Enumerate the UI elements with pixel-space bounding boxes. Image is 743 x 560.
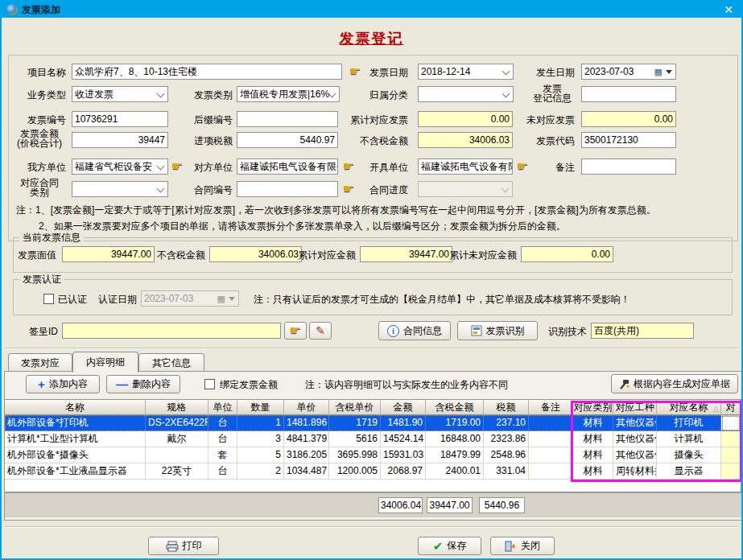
issue-unit-field[interactable]: 福建诚拓电气设备有限 bbox=[418, 159, 513, 175]
hammer-icon bbox=[619, 379, 629, 389]
business-type-label: 业务类型 bbox=[26, 87, 66, 103]
certify-date-picker: 2023-07-03▦ bbox=[141, 290, 239, 307]
tab-other-info[interactable]: 其它信息 bbox=[138, 353, 204, 372]
invoice-code-field[interactable]: 3500172130 bbox=[581, 132, 676, 148]
total-amount: 34006.04 bbox=[378, 497, 423, 513]
our-unit-combo[interactable]: 福建省气柜设备安 bbox=[72, 159, 168, 175]
invoice-date-label: 发票日期 bbox=[348, 64, 408, 80]
divider bbox=[5, 348, 738, 349]
invoice-ocr-button[interactable]: 发票识别 bbox=[457, 321, 538, 340]
detail-note: 注：该内容明细可以与实际发生的业务内容不同 bbox=[305, 377, 563, 393]
our-unit-label: 我方单位 bbox=[26, 159, 66, 175]
business-type-combo[interactable]: 收进发票 bbox=[72, 86, 168, 102]
printer-icon bbox=[166, 541, 179, 552]
certify-note: 注：只有认证后的发票才可生成的【税金月结单】中，其它单据及成本核算将不受影响！ bbox=[254, 291, 729, 307]
divider bbox=[5, 526, 738, 528]
col-tax[interactable]: 税额 bbox=[484, 400, 529, 415]
sign-id-field[interactable] bbox=[62, 323, 281, 339]
ocr-image-icon bbox=[471, 325, 482, 336]
contract-no-field[interactable] bbox=[237, 181, 338, 197]
col-price[interactable]: 单价 bbox=[284, 400, 329, 415]
total-tax: 5440.96 bbox=[479, 497, 525, 513]
contract-no-label: 合同编号 bbox=[176, 182, 233, 198]
unmatched-amount-label: 累计未对应金额 bbox=[438, 247, 517, 263]
certified-label: 已认证 bbox=[58, 291, 93, 307]
sign-edit-button[interactable]: ✎ bbox=[309, 322, 332, 340]
amount-excl-tax-label: 不含税金额 bbox=[352, 133, 408, 149]
col-match-work[interactable]: 对应工种 bbox=[613, 400, 657, 415]
check-icon: ✔ bbox=[433, 539, 444, 554]
matched-total-label: 累计对应发票 bbox=[350, 112, 408, 128]
suffix-no-field[interactable] bbox=[237, 111, 338, 127]
dropdown-arrow-icon bbox=[666, 70, 672, 74]
tab-content-detail[interactable]: 内容明细 bbox=[72, 352, 138, 373]
matched-total-field: 0.00 bbox=[418, 111, 513, 127]
face-value-field: 39447.00 bbox=[62, 246, 155, 262]
invoice-code-label: 发票代码 bbox=[526, 133, 575, 149]
col-price-tax[interactable]: 含税单价 bbox=[329, 400, 381, 415]
col-match-class[interactable]: 对应类别 bbox=[573, 400, 613, 415]
occur-date-picker[interactable]: 2023-07-03▦ bbox=[581, 64, 676, 80]
tab-invoice-match[interactable]: 发票对应 bbox=[8, 353, 72, 372]
unmatched-label: 未对应发票 bbox=[526, 112, 575, 128]
titlebar: 发票添加 ✕ bbox=[2, 2, 741, 18]
remove-content-button[interactable]: —删除内容 bbox=[106, 375, 180, 393]
table-row[interactable]: 机外部设备*摄像头套53186.2053695.99815931.0318479… bbox=[5, 447, 741, 463]
dropdown-arrow-icon bbox=[229, 297, 235, 301]
remark-field[interactable] bbox=[581, 159, 676, 175]
detail-table: 名称 规格 单位 数量 单价 含税单价 金额 含税金额 税额 备注 对应类别 对… bbox=[4, 399, 741, 492]
sort-icon: △ bbox=[713, 401, 719, 415]
sign-id-label: 签呈ID bbox=[23, 323, 58, 340]
certified-checkbox[interactable] bbox=[43, 294, 54, 304]
reg-info-label: 发票登记信息 bbox=[528, 84, 576, 103]
chevron-down-icon bbox=[157, 90, 165, 98]
project-name-field[interactable]: 众凯学府7、8、10-13住宅楼 bbox=[72, 64, 342, 80]
col-amount-tax[interactable]: 含税金额 bbox=[426, 400, 484, 415]
save-button[interactable]: ✔保存 bbox=[418, 537, 481, 555]
invoice-no-label: 发票编号 bbox=[26, 112, 66, 128]
col-match-name[interactable]: 对应名称△ bbox=[657, 400, 721, 415]
col-unit[interactable]: 单位 bbox=[208, 400, 237, 415]
invoice-amount-field[interactable]: 39447 bbox=[72, 132, 168, 148]
certify-legend: 发票认证 bbox=[19, 274, 64, 285]
add-content-button[interactable]: +添加内容 bbox=[26, 375, 100, 393]
col-qty[interactable]: 数量 bbox=[237, 400, 284, 415]
hand-icon: ☛ bbox=[290, 323, 301, 339]
sign-lookup-button[interactable]: ☛ bbox=[284, 322, 307, 340]
close-icon[interactable]: ✕ bbox=[720, 4, 737, 15]
invoice-type-combo[interactable]: 增值税专用发票|16% bbox=[237, 86, 340, 102]
print-button[interactable]: 打印 bbox=[148, 537, 219, 555]
chevron-down-icon bbox=[157, 163, 165, 171]
note-line1: 注：1、[发票金额]一定要大于或等于[累计对应发票]，若一次收到多张发票可以将所… bbox=[16, 202, 737, 218]
ocr-tech-field[interactable]: 百度(共用) bbox=[591, 323, 694, 339]
current-info-legend: 当前发票信息 bbox=[19, 232, 84, 243]
col-spec[interactable]: 规格 bbox=[146, 400, 208, 415]
generate-docs-button[interactable]: 根据内容生成对应单据 bbox=[611, 374, 738, 393]
reg-info-field[interactable] bbox=[581, 86, 676, 102]
table-row[interactable]: 计算机*工业型计算机戴尔台34841.379561614524.1416848.… bbox=[5, 431, 741, 447]
input-tax-field[interactable]: 5440.97 bbox=[237, 132, 338, 148]
table-row[interactable]: 机外部设备*工业液晶显示器22英寸台21034.4871200.0052068.… bbox=[5, 463, 741, 480]
col-name[interactable]: 名称 bbox=[5, 400, 146, 415]
belong-class-combo[interactable] bbox=[418, 86, 514, 102]
col-amount[interactable]: 金额 bbox=[381, 400, 426, 415]
occur-date-label: 发生日期 bbox=[517, 64, 575, 80]
contract-info-button[interactable]: i合同信息 bbox=[378, 321, 451, 340]
invoice-date-combo[interactable]: 2018-12-14 bbox=[418, 64, 514, 80]
table-header-row: 名称 规格 单位 数量 单价 含税单价 金额 含税金额 税额 备注 对应类别 对… bbox=[5, 400, 741, 415]
contract-class-combo[interactable] bbox=[72, 181, 168, 197]
close-button[interactable]: 关闭 bbox=[490, 537, 555, 555]
other-unit-field[interactable]: 福建诚拓电气设备有限公 bbox=[237, 159, 338, 175]
info-icon: i bbox=[387, 325, 399, 337]
col-clipped[interactable]: 对 bbox=[721, 400, 741, 415]
window-title: 发票添加 bbox=[22, 3, 60, 17]
calendar-icon: ▦ bbox=[217, 294, 225, 303]
amount-excl-tax-field: 34006.03 bbox=[418, 132, 513, 148]
chevron-down-icon bbox=[502, 90, 510, 98]
issue-unit-hand-icon[interactable]: ☛ bbox=[517, 159, 533, 175]
col-remark[interactable]: 备注 bbox=[529, 400, 573, 415]
invoice-no-field[interactable]: 10736291 bbox=[72, 111, 168, 127]
table-row[interactable]: 机外部设备*打印机DS-2XE6422FW台11481.89617191481.… bbox=[5, 415, 741, 431]
pencil-icon: ✎ bbox=[316, 324, 325, 337]
bind-amount-checkbox[interactable] bbox=[204, 379, 215, 389]
